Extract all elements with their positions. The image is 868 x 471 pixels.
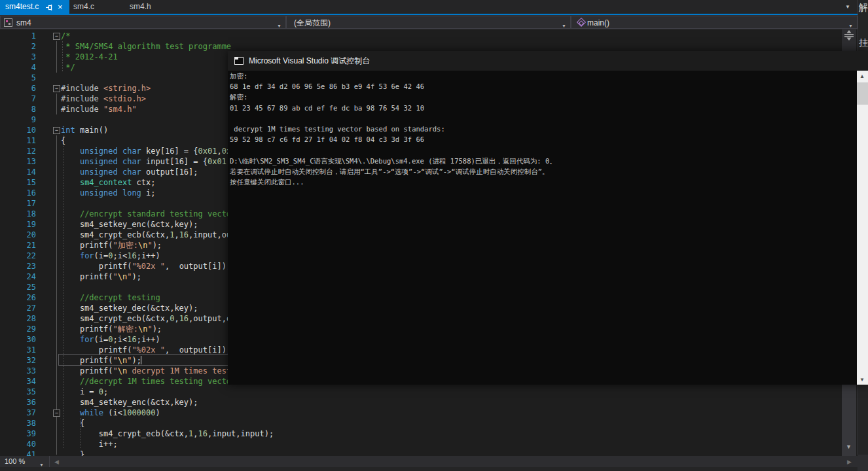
line-number: 32: [0, 355, 36, 366]
console-scrollbar[interactable]: ▲ ▼: [857, 71, 868, 385]
line-number: 41: [0, 449, 36, 456]
code-text: unsigned char output[16];: [61, 167, 198, 177]
fold-collapse-icon[interactable]: −: [53, 85, 60, 92]
code-line-36[interactable]: 36 sm4_setkey_enc(&ctx,key);: [0, 397, 841, 408]
code-line-40[interactable]: 40 i++;: [0, 439, 841, 449]
console-line: 59 52 98 c7 c6 fd 27 1f 04 02 f8 04 c3 3…: [230, 134, 424, 145]
tab-strip: sm4test.c × sm4.c sm4.h ▼: [0, 0, 868, 14]
line-number: 16: [0, 188, 36, 198]
line-number: 5: [0, 73, 36, 83]
debug-console-window[interactable]: Microsoft Visual Studio 调试控制台 — ✕ 加密:68 …: [228, 51, 868, 385]
scroll-down-icon[interactable]: ▼: [859, 377, 865, 383]
editor-bottom-bar: 100 % ▼ ◀ ▶: [0, 456, 858, 467]
console-icon: [234, 57, 244, 65]
scope-dropdown[interactable]: (全局范围) ▼: [286, 16, 571, 29]
window-bottom-strip: [0, 467, 868, 471]
console-line: decrypt 1M times testing vector based on…: [230, 124, 445, 134]
fold-guide: [56, 94, 57, 114]
tab-list-dropdown-icon[interactable]: ▼: [845, 4, 850, 10]
code-text: //decrypt 1M times testing vecto: [61, 376, 231, 387]
console-line: 解密:: [230, 92, 247, 102]
line-number: 36: [0, 397, 36, 408]
code-text: int main(): [61, 125, 108, 135]
line-number: 11: [0, 135, 36, 146]
line-number: 1: [0, 31, 36, 41]
tab-sm4h[interactable]: sm4.h: [130, 0, 151, 14]
line-number: 37: [0, 408, 36, 418]
line-number: 10: [0, 125, 36, 135]
line-number: 24: [0, 271, 36, 282]
member-dropdown[interactable]: main() ▼: [571, 16, 858, 29]
scroll-right-icon[interactable]: ▶: [847, 459, 852, 465]
scrollbar-corner: [858, 455, 868, 471]
code-text: unsigned long i;: [61, 188, 156, 198]
line-number: 13: [0, 156, 36, 167]
line-number: 4: [0, 62, 36, 73]
line-number: 12: [0, 146, 36, 156]
code-text: sm4_setkey_enc(&ctx,key);: [61, 397, 198, 408]
scope-name: (全局范围): [294, 17, 331, 29]
method-icon: [577, 18, 586, 27]
project-dropdown[interactable]: sm4 ▼: [0, 16, 286, 29]
code-text: */: [61, 62, 75, 73]
line-number: 22: [0, 251, 36, 261]
code-line-1[interactable]: 1−/*: [0, 31, 841, 41]
code-line-37[interactable]: 37− while (i<1000000): [0, 408, 841, 418]
line-number: 17: [0, 198, 36, 209]
scrollbar-thumb[interactable]: [857, 82, 868, 105]
line-number: 7: [0, 94, 36, 104]
code-text: printf("\n");: [61, 355, 141, 366]
fold-collapse-icon[interactable]: −: [53, 410, 60, 417]
line-number: 39: [0, 428, 36, 439]
code-text: for(i=0;i<16;i++): [61, 334, 160, 345]
console-line: 加密:: [230, 71, 247, 81]
zoom-selector[interactable]: 100 % ▼: [0, 456, 50, 467]
console-line: D:\临时\SM2_SM3_SM4_C语言实现\SM4\.\Debug\sm4.…: [230, 156, 556, 166]
line-number: 31: [0, 345, 36, 355]
fold-collapse-icon[interactable]: −: [53, 127, 60, 134]
scroll-up-icon[interactable]: ▲: [859, 73, 865, 79]
code-text: while (i<1000000): [61, 408, 160, 418]
line-number: 26: [0, 292, 36, 303]
code-line-2[interactable]: 2 * SM4/SMS4 algorithm test programme: [0, 41, 841, 52]
code-line-41[interactable]: 41 }: [0, 449, 841, 456]
line-number: 33: [0, 366, 36, 376]
console-title-bar[interactable]: Microsoft Visual Studio 调试控制台 — ✕: [228, 51, 868, 71]
code-text: printf("\n");: [61, 271, 141, 282]
tab-sm4c[interactable]: sm4.c: [73, 0, 94, 14]
code-text: }: [61, 449, 84, 456]
code-text: sm4_setkey_dec(&ctx,key);: [61, 303, 198, 313]
member-name: main(): [587, 17, 609, 29]
editor-scrollbar-bottom[interactable]: ▼: [842, 385, 856, 456]
editor-scrollbar-top[interactable]: [842, 29, 856, 51]
line-number: 23: [0, 261, 36, 271]
code-line-35[interactable]: 35 i = 0;: [0, 387, 841, 397]
code-text: for(i=0;i<16;i++): [61, 251, 160, 261]
zoom-level: 100 %: [5, 456, 25, 467]
scroll-down-icon[interactable]: ▼: [846, 444, 852, 450]
clipped-glyph: 挂: [859, 37, 868, 49]
line-number: 34: [0, 376, 36, 387]
line-number: 25: [0, 282, 36, 292]
code-text: * 2012-4-21: [61, 52, 118, 62]
code-text: sm4_setkey_enc(&ctx,key);: [61, 219, 198, 230]
close-tab-icon[interactable]: ×: [58, 0, 63, 14]
code-line-38[interactable]: 38 {: [0, 418, 841, 428]
code-text: sm4_crypt_ecb(&ctx,0,16,output,o: [61, 313, 231, 324]
fold-guide: [56, 135, 57, 455]
console-output: 加密:68 1e df 34 d2 06 96 5e 86 b3 e9 4f 5…: [228, 71, 857, 385]
split-editor-handle-icon[interactable]: [844, 30, 854, 43]
code-text: * SM4/SMS4 algorithm test programme: [61, 41, 231, 52]
code-text: unsigned char key[16] = {0x01,0x: [61, 146, 231, 156]
line-number: 38: [0, 418, 36, 428]
line-number: 14: [0, 167, 36, 177]
code-line-39[interactable]: 39 sm4_crypt_ecb(&ctx,1,16,input,input);: [0, 428, 841, 439]
code-text: /*: [61, 31, 70, 41]
tab-label: sm4test.c: [5, 2, 39, 11]
text-caret: [141, 356, 141, 364]
code-text: unsigned char input[16] = {0x01,: [61, 156, 231, 167]
tab-sm4test[interactable]: sm4test.c ×: [0, 0, 69, 14]
fold-collapse-icon[interactable]: −: [53, 33, 60, 40]
scroll-left-icon[interactable]: ◀: [54, 459, 59, 465]
line-number: 19: [0, 219, 36, 230]
